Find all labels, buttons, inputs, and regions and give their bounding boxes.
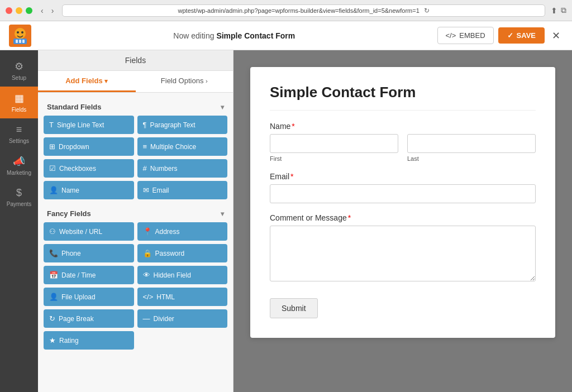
share-button[interactable]: ⬆ <box>551 6 557 15</box>
name-first-col: First <box>270 134 398 162</box>
name-last-label: Last <box>407 155 536 162</box>
phone-icon: 📞 <box>49 249 58 257</box>
comment-required-indicator: * <box>348 213 351 222</box>
sidebar-item-fields[interactable]: ▦ Fields <box>0 87 38 118</box>
email-icon: ✉ <box>143 186 149 194</box>
fields-scroll-area: Standard Fields ▾ T Single Line Text ¶ P… <box>38 93 233 392</box>
hidden-icon: 👁 <box>143 271 150 279</box>
gear-icon: ⚙ <box>15 60 23 73</box>
form-card: Simple Contact Form Name* First Last <box>250 67 555 338</box>
tab-field-options[interactable]: Field Options › <box>136 71 233 92</box>
field-btn-rating[interactable]: ★ Rating <box>44 331 134 350</box>
name-icon: 👤 <box>49 186 58 194</box>
fields-icon: ▦ <box>15 92 24 104</box>
name-required-indicator: * <box>292 122 294 131</box>
submit-button[interactable]: Submit <box>270 298 318 318</box>
field-btn-multiple-choice[interactable]: ≡ Multiple Choice <box>137 137 228 156</box>
fancy-fields-section-header[interactable]: Fancy Fields ▾ <box>44 205 227 222</box>
sidebar-item-marketing[interactable]: 📣 Marketing <box>0 150 38 181</box>
numbers-icon: # <box>143 164 147 173</box>
logo <box>9 25 31 47</box>
page-break-icon: ↻ <box>49 314 55 323</box>
field-btn-checkboxes[interactable]: ☑ Checkboxes <box>44 159 134 178</box>
svg-point-2 <box>17 31 19 34</box>
standard-fields-section-header[interactable]: Standard Fields ▾ <box>44 98 227 116</box>
standard-fields-grid: T Single Line Text ¶ Paragraph Text ⊞ Dr… <box>44 116 227 199</box>
comment-textarea[interactable] <box>270 226 536 281</box>
field-btn-hidden-field[interactable]: 👁 Hidden Field <box>137 266 228 284</box>
svg-rect-6 <box>19 40 21 43</box>
fancy-fields-grid: ⚇ Website / URL 📍 Address 📞 Phone 🔒 Pass… <box>44 222 227 350</box>
form-title: Simple Contact Form <box>270 84 536 111</box>
app-header: Now editing Simple Contact Form </> EMBE… <box>0 21 572 50</box>
address-icon: 📍 <box>143 227 152 236</box>
html-icon: </> <box>143 293 154 301</box>
sidebar: ⚙ Setup ▦ Fields ≡ Settings 📣 Marketing … <box>0 50 38 392</box>
field-btn-dropdown[interactable]: ⊞ Dropdown <box>44 137 134 156</box>
field-btn-single-line-text[interactable]: T Single Line Text <box>44 116 134 134</box>
sidebar-item-setup[interactable]: ⚙ Setup <box>0 55 38 87</box>
forward-button[interactable]: › <box>49 5 57 16</box>
sidebar-item-payments[interactable]: $ Payments <box>0 181 38 213</box>
share-buttons: ⬆ ⧉ <box>551 6 566 15</box>
star-icon: ★ <box>49 336 56 345</box>
name-first-input[interactable] <box>270 134 398 153</box>
embed-button[interactable]: </> EMBED <box>437 27 494 44</box>
maximize-control[interactable] <box>26 7 32 14</box>
field-btn-name[interactable]: 👤 Name <box>44 181 134 199</box>
field-btn-html[interactable]: </> HTML <box>137 288 228 306</box>
close-button[interactable]: ✕ <box>549 27 563 45</box>
back-button[interactable]: ‹ <box>38 5 46 16</box>
reload-icon[interactable]: ↻ <box>424 7 430 15</box>
tab-arrow-icon: ▾ <box>104 78 108 84</box>
name-field-row: First Last <box>270 134 536 162</box>
field-btn-password[interactable]: 🔒 Password <box>137 244 228 262</box>
field-btn-paragraph-text[interactable]: ¶ Paragraph Text <box>137 116 228 134</box>
save-button[interactable]: ✓ SAVE <box>498 27 545 44</box>
url-icon: ⚇ <box>49 227 56 236</box>
minimize-control[interactable] <box>16 7 22 14</box>
fields-panel: Fields Add Fields ▾ Field Options › Stan… <box>38 50 233 392</box>
svg-rect-5 <box>16 40 18 43</box>
field-btn-website-url[interactable]: ⚇ Website / URL <box>44 222 134 241</box>
calendar-icon: 📅 <box>49 271 58 279</box>
name-last-col: Last <box>407 134 536 162</box>
email-required-indicator: * <box>290 172 293 181</box>
main-layout: ⚙ Setup ▦ Fields ≡ Settings 📣 Marketing … <box>0 50 572 392</box>
url-text: wptest/wp-admin/admin.php?page=wpforms-b… <box>178 7 420 14</box>
field-btn-divider[interactable]: — Divider <box>137 309 228 328</box>
form-group-name: Name* First Last <box>270 122 536 162</box>
field-btn-numbers[interactable]: # Numbers <box>137 159 228 178</box>
password-icon: 🔒 <box>143 249 152 257</box>
dropdown-icon: ⊞ <box>49 142 55 151</box>
upload-icon: 👤 <box>49 293 58 301</box>
svg-point-3 <box>21 31 23 34</box>
comment-field-label: Comment or Message* <box>270 213 536 222</box>
svg-rect-7 <box>22 40 25 43</box>
new-tab-button[interactable]: ⧉ <box>561 6 566 15</box>
sidebar-item-settings[interactable]: ≡ Settings <box>0 118 38 150</box>
name-last-input[interactable] <box>407 134 536 153</box>
window-controls <box>6 7 32 14</box>
choice-icon: ≡ <box>143 142 147 151</box>
field-btn-phone[interactable]: 📞 Phone <box>44 244 134 262</box>
field-btn-page-break[interactable]: ↻ Page Break <box>44 309 134 328</box>
panel-header: Fields <box>38 50 233 71</box>
header-title: Now editing Simple Contact Form <box>173 31 295 40</box>
divider-icon: — <box>143 314 150 323</box>
field-btn-file-upload[interactable]: 👤 File Upload <box>44 288 134 306</box>
title-bar: ‹ › wptest/wp-admin/admin.php?page=wpfor… <box>0 0 572 21</box>
field-btn-date-time[interactable]: 📅 Date / Time <box>44 266 134 284</box>
form-group-email: Email* <box>270 172 536 203</box>
fancy-chevron-icon: ▾ <box>221 210 224 218</box>
email-input[interactable] <box>270 184 536 203</box>
url-bar[interactable]: wptest/wp-admin/admin.php?page=wpforms-b… <box>62 4 545 17</box>
tab-options-arrow-icon: › <box>206 78 208 84</box>
field-btn-email[interactable]: ✉ Email <box>137 181 228 199</box>
tab-add-fields[interactable]: Add Fields ▾ <box>38 71 136 92</box>
panel-tabs: Add Fields ▾ Field Options › <box>38 71 233 93</box>
field-btn-address[interactable]: 📍 Address <box>137 222 228 241</box>
close-control[interactable] <box>6 7 12 14</box>
payments-icon: $ <box>16 187 22 199</box>
name-first-label: First <box>270 155 398 162</box>
